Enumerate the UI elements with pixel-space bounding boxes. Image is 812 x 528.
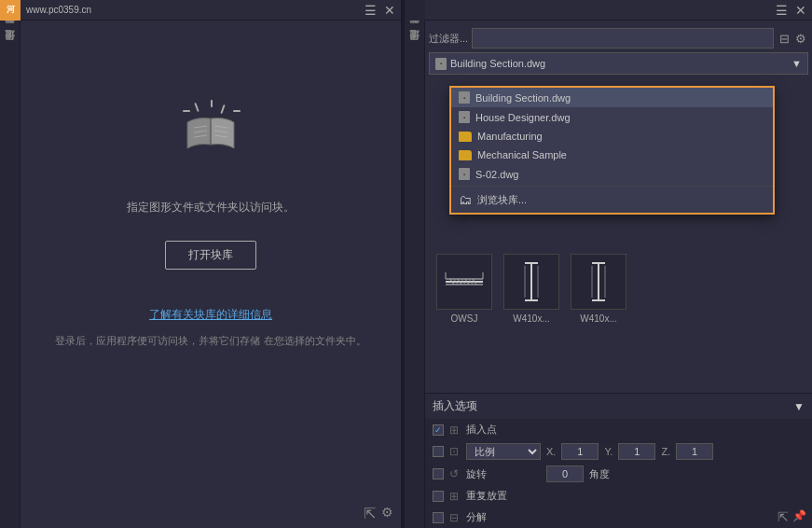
- repeat-icon: ⊞: [449, 490, 459, 503]
- right-expand-icon[interactable]: ⇱: [778, 509, 789, 524]
- dropdown-selected-text: ▪ Building Section.dwg: [435, 58, 545, 70]
- book-illustration: [164, 95, 257, 170]
- dropdown-item-label-0: Building Section.dwg: [475, 92, 571, 104]
- learn-more-link[interactable]: 了解有关块库的详细信息: [149, 307, 272, 323]
- left-pin-icon[interactable]: ☰: [363, 3, 378, 18]
- dropdown-item-1[interactable]: ▪ House Designer.dwg: [451, 107, 773, 127]
- right-tab-recent[interactable]: 最近使用: [404, 41, 425, 56]
- explode-row: ⊟ 分解: [425, 507, 812, 528]
- explode-icon: ⊟: [449, 511, 459, 524]
- dropdown-arrow-icon: ▼: [791, 58, 802, 69]
- right-sidebar-tabs: 前图形 最近使用: [405, 21, 425, 528]
- rotation-row: ↺ 旋转 角度: [425, 463, 812, 485]
- right-tab-current[interactable]: 前图形: [404, 24, 425, 39]
- thumbnail-w410-1[interactable]: W410x...: [503, 254, 559, 324]
- dropdown-list: ▪ Building Section.dwg ▪ House Designer.…: [449, 86, 775, 215]
- folder-icon-2: [459, 132, 472, 142]
- thumbnail-box-w410-1: [503, 254, 559, 310]
- dropdown-item-3[interactable]: Mechanical Sample: [451, 146, 773, 164]
- grid-view-icon[interactable]: ⊟: [778, 30, 791, 48]
- book-icon-svg: [183, 109, 239, 156]
- left-settings-icon2[interactable]: ⚙: [381, 505, 393, 522]
- right-main-content: 过滤器... ⊟ ⚙ ▪ Building Section.dwg ▼ ▪ Bu…: [425, 21, 812, 528]
- left-close-icon[interactable]: ✕: [382, 3, 397, 18]
- scale-z-input[interactable]: [676, 443, 713, 460]
- left-tab-recent[interactable]: 最近使用: [0, 41, 21, 56]
- explode-label: 分解: [466, 510, 487, 524]
- insert-options-title: 插入选项: [433, 398, 477, 414]
- file-dropdown[interactable]: ▪ Building Section.dwg ▼: [429, 52, 808, 75]
- dwg-file-icon: ▪: [435, 58, 447, 70]
- owsj-preview: [441, 258, 488, 305]
- thumbnail-box-owsj: [436, 254, 492, 310]
- dropdown-item-label-1: House Designer.dwg: [475, 112, 571, 123]
- left-sidebar-tabs: 前图形 最近使用: [0, 21, 21, 528]
- left-bottom-icons: ⇱ ⚙: [364, 505, 393, 522]
- dropdown-item-label-2: Manufacturing: [477, 131, 543, 142]
- watermark-text: www.pc0359.cn: [21, 5, 91, 15]
- dropdown-item-2[interactable]: Manufacturing: [451, 127, 773, 146]
- thumbnail-label-owsj: OWSJ: [451, 313, 478, 324]
- right-pin-bottom-icon[interactable]: 📌: [792, 509, 806, 524]
- thumbnails-area: OWSJ W410x...: [429, 244, 808, 333]
- thumbnail-label-w410-1: W410x...: [513, 313, 549, 324]
- dwg-icon-0: ▪: [459, 91, 470, 104]
- insert-point-row: ⊞ 插入点: [425, 419, 812, 440]
- thumbnail-box-w410-2: [571, 254, 626, 310]
- insert-point-checkbox[interactable]: [433, 424, 444, 436]
- left-expand-icon[interactable]: ⇱: [364, 505, 376, 522]
- browse-library-label: 浏览块库...: [477, 193, 527, 207]
- rotation-value-input[interactable]: [546, 465, 584, 482]
- dwg-icon-1: ▪: [459, 111, 470, 123]
- insert-point-icon: ⊞: [449, 424, 459, 437]
- scale-row: ⊡ 比例 X. Y. Z.: [425, 440, 812, 463]
- scale-select[interactable]: 比例: [466, 443, 541, 460]
- w410-preview-1: [508, 258, 555, 305]
- right-bottom-icons: ⇱ 📌: [778, 509, 806, 524]
- repeat-row: ⊞ 重复放置: [425, 485, 812, 507]
- open-library-button[interactable]: 打开块库: [165, 241, 256, 270]
- dropdown-item-label-3: Mechanical Sample: [477, 149, 567, 160]
- insert-options-section: 插入选项 ▼ ⊞ 插入点 ⊡ 比例 X. Y. Z.: [425, 393, 812, 528]
- filter-label: 过滤器...: [429, 32, 468, 46]
- rotation-checkbox[interactable]: [433, 468, 444, 479]
- rotation-icon: ↺: [449, 467, 459, 480]
- insert-options-header[interactable]: 插入选项 ▼: [425, 394, 812, 419]
- left-panel: 河 www.pc0359.cn ☰ ✕ 前图形 最近使用: [0, 0, 401, 528]
- insert-point-label: 插入点: [466, 423, 497, 437]
- insert-options-collapse-icon: ▼: [793, 400, 805, 413]
- z-label: Z.: [661, 446, 670, 457]
- filter-input[interactable]: [472, 28, 774, 49]
- dropdown-item-0[interactable]: ▪ Building Section.dwg: [451, 88, 773, 107]
- thumbnail-w410-2[interactable]: W410x...: [571, 254, 626, 324]
- toolbar-icons: ⊟ ⚙: [778, 30, 808, 48]
- logo-mark: 河: [0, 0, 21, 21]
- current-file-label: Building Section.dwg: [450, 58, 545, 69]
- left-tab-current[interactable]: 前图形: [0, 24, 21, 39]
- y-label: Y.: [604, 446, 612, 457]
- browse-library-btn[interactable]: 🗂 浏览块库...: [451, 186, 773, 213]
- file-dropdown-row: ▪ Building Section.dwg ▼: [429, 52, 808, 75]
- folder-icon-3: [459, 150, 472, 160]
- settings-icon[interactable]: ⚙: [793, 30, 808, 48]
- explode-checkbox[interactable]: [433, 512, 444, 523]
- book-icon-area: [164, 95, 257, 170]
- repeat-label: 重复放置: [466, 489, 507, 503]
- dropdown-item-4[interactable]: ▪ S-02.dwg: [451, 164, 773, 184]
- rotation-unit-label: 角度: [589, 467, 610, 481]
- thumbnail-owsj[interactable]: OWSJ: [436, 254, 492, 324]
- scale-y-input[interactable]: [618, 443, 655, 460]
- x-label: X.: [546, 446, 556, 457]
- right-pin-icon[interactable]: ☰: [774, 3, 790, 18]
- scale-x-input[interactable]: [561, 443, 599, 460]
- scale-checkbox[interactable]: [433, 446, 444, 457]
- right-close-icon[interactable]: ✕: [793, 3, 808, 18]
- rotation-label: 旋转: [466, 467, 541, 481]
- thumbnail-label-w410-2: W410x...: [580, 313, 616, 324]
- left-footer-text: 登录后，应用程序便可访问块，并将它们存储 在您选择的文件夹中。: [55, 332, 365, 351]
- dropdown-item-label-4: S-02.dwg: [475, 169, 518, 180]
- scale-icon: ⊡: [449, 445, 459, 458]
- right-panel: ☰ ✕ 前图形 最近使用 过滤器... ⊟ ⚙ ▪ Building Secti…: [405, 0, 812, 528]
- repeat-checkbox[interactable]: [433, 491, 444, 502]
- dwg-icon-4: ▪: [459, 168, 470, 180]
